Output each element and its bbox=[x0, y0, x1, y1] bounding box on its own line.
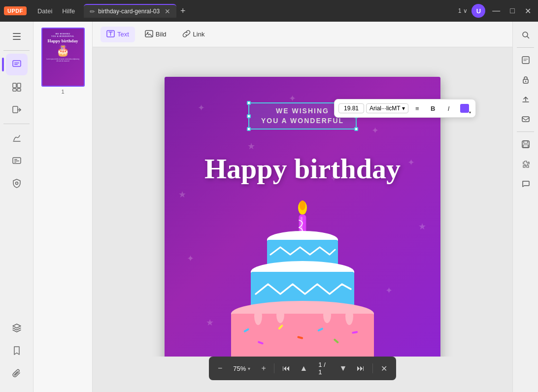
sidebar-sign-icon[interactable] bbox=[6, 127, 28, 149]
svg-rect-12 bbox=[14, 159, 17, 160]
sidebar-pages-icon[interactable] bbox=[6, 76, 28, 98]
link-tool-button[interactable]: Link bbox=[176, 27, 211, 42]
rs-share-icon[interactable] bbox=[516, 90, 535, 109]
close-overlay-button[interactable]: ✕ bbox=[378, 362, 390, 375]
sidebar-edit-icon[interactable] bbox=[6, 54, 28, 75]
link-tool-label: Link bbox=[193, 31, 205, 38]
rs-search-icon[interactable] bbox=[516, 26, 535, 44]
sidebar-panel-icon[interactable] bbox=[6, 26, 28, 47]
align-button[interactable]: ≡ bbox=[410, 101, 424, 115]
sidebar-convert-icon[interactable] bbox=[6, 99, 28, 121]
rs-puzzle-icon[interactable] bbox=[516, 155, 535, 173]
zoom-dropdown-arrow[interactable]: ▾ bbox=[248, 366, 250, 371]
bild-tool-button[interactable]: Bild bbox=[139, 27, 172, 42]
svg-point-33 bbox=[323, 307, 331, 323]
handle-ml[interactable] bbox=[247, 114, 251, 118]
rs-lock-icon[interactable] bbox=[516, 70, 535, 89]
mini-cake-emoji: 🎂 bbox=[56, 44, 69, 57]
first-page-button[interactable]: ⏮ bbox=[279, 362, 293, 375]
tab-close-button[interactable]: ✕ bbox=[165, 7, 170, 15]
bild-tool-label: Bild bbox=[156, 31, 167, 38]
version-badge: 1 ∨ bbox=[458, 7, 468, 14]
next-page-button[interactable]: ▼ bbox=[336, 362, 350, 375]
zoom-display: 75% ▾ bbox=[229, 364, 254, 373]
font-family-label: Arial···licMT bbox=[370, 105, 401, 112]
user-avatar[interactable]: U bbox=[471, 4, 485, 18]
rs-divider-2 bbox=[517, 131, 535, 132]
prev-page-button[interactable]: ▲ bbox=[297, 362, 311, 375]
handle-bl[interactable] bbox=[247, 127, 251, 131]
svg-point-15 bbox=[15, 182, 18, 185]
rs-chat-icon[interactable] bbox=[516, 174, 535, 193]
color-picker-button[interactable]: ▾ bbox=[458, 101, 471, 115]
format-toolbar: Arial···licMT ▾ ≡ B I ▾ bbox=[334, 99, 476, 118]
bottom-toolbar: − 75% ▾ + ⏮ ▲ 1 / 1 ▼ ⏭ ✕ bbox=[209, 357, 396, 380]
svg-point-32 bbox=[276, 307, 284, 323]
minimize-button[interactable]: — bbox=[489, 6, 503, 15]
tab-icon: ✏ bbox=[90, 8, 95, 15]
svg-rect-7 bbox=[17, 83, 21, 88]
rs-save-icon[interactable] bbox=[516, 135, 535, 154]
rs-email-icon[interactable] bbox=[516, 110, 535, 129]
italic-button[interactable]: I bbox=[442, 101, 456, 115]
card-background: ✦ ✦ ✦ ★ ★ ✦ ✦ ★ ✦ ★ ✦ ★ ✦ ★ bbox=[165, 77, 440, 357]
new-tab-button[interactable]: + bbox=[176, 6, 190, 16]
svg-rect-3 bbox=[13, 61, 21, 66]
svg-rect-45 bbox=[522, 57, 529, 64]
main-layout: WE WISHINGYOU A WONDERFUL Happy birthday… bbox=[0, 22, 538, 392]
page-nav-display: 1 / 1 bbox=[314, 360, 332, 377]
cake-container bbox=[209, 188, 396, 357]
link-tool-icon bbox=[182, 30, 191, 39]
page-canvas[interactable]: ✦ ✦ ✦ ★ ★ ✦ ✦ ★ ✦ ★ ✦ ★ ✦ ★ bbox=[165, 77, 440, 357]
sidebar-bookmark-icon[interactable] bbox=[6, 340, 28, 361]
close-button[interactable]: ✕ bbox=[522, 6, 534, 16]
svg-point-34 bbox=[345, 307, 353, 325]
right-sidebar bbox=[512, 22, 538, 392]
svg-rect-48 bbox=[522, 117, 529, 122]
svg-point-20 bbox=[300, 200, 305, 210]
svg-rect-51 bbox=[523, 145, 528, 147]
svg-rect-9 bbox=[17, 89, 21, 91]
sidebar-attachment-icon[interactable] bbox=[6, 362, 28, 384]
menu-datei[interactable]: Datei bbox=[33, 5, 57, 17]
svg-rect-4 bbox=[14, 63, 19, 64]
cake-svg bbox=[209, 188, 396, 357]
sidebar-protect-icon[interactable] bbox=[6, 172, 28, 194]
tab-birthday-card[interactable]: ✏ birthday-card-genral-03 ✕ bbox=[84, 4, 176, 18]
last-page-button[interactable]: ⏭ bbox=[354, 362, 368, 375]
zoom-out-button[interactable]: − bbox=[215, 362, 225, 375]
svg-rect-5 bbox=[14, 64, 18, 65]
text-tool-label: Text bbox=[117, 31, 129, 38]
svg-rect-1 bbox=[13, 36, 21, 37]
color-arrow-icon: ▾ bbox=[469, 110, 471, 115]
sidebar-form-icon[interactable] bbox=[6, 150, 28, 171]
thumbnail-panel: WE WISHINGYOU A WONDERFUL Happy birthday… bbox=[34, 22, 93, 392]
svg-rect-8 bbox=[13, 89, 16, 91]
topbar-right: 1 ∨ U — □ ✕ bbox=[458, 4, 534, 18]
svg-point-47 bbox=[525, 81, 526, 82]
thumbnail-page-1[interactable]: WE WISHINGYOU A WONDERFUL Happy birthday… bbox=[41, 28, 85, 87]
menu-hilfe[interactable]: Hilfe bbox=[57, 5, 80, 17]
rs-ocr-icon[interactable] bbox=[516, 51, 535, 69]
happy-birthday-text: Happy birthday bbox=[174, 153, 431, 185]
svg-rect-0 bbox=[13, 33, 21, 34]
sidebar-divider-1 bbox=[3, 50, 30, 51]
content-area: Text Bild Link Arial···licMT ▾ bbox=[93, 22, 512, 392]
handle-tl[interactable] bbox=[247, 101, 251, 105]
handle-br[interactable] bbox=[354, 127, 358, 131]
sidebar-layers-icon[interactable] bbox=[6, 317, 28, 339]
maximize-button[interactable]: □ bbox=[507, 6, 518, 15]
font-size-input[interactable] bbox=[338, 103, 364, 113]
rs-divider-1 bbox=[517, 47, 535, 48]
svg-rect-6 bbox=[13, 83, 16, 88]
bild-tool-icon bbox=[145, 30, 153, 39]
bold-button[interactable]: B bbox=[426, 101, 440, 115]
tab-bar: ✏ birthday-card-genral-03 ✕ + bbox=[84, 4, 458, 18]
edit-toolbar: Text Bild Link bbox=[93, 22, 512, 47]
text-tool-button[interactable]: Text bbox=[101, 27, 135, 42]
font-family-dropdown[interactable]: Arial···licMT ▾ bbox=[366, 103, 408, 113]
thumbnail-wrapper: WE WISHINGYOU A WONDERFUL Happy birthday… bbox=[41, 28, 85, 95]
thumbnail-page-number: 1 bbox=[61, 89, 64, 95]
svg-point-31 bbox=[254, 307, 262, 325]
zoom-in-button[interactable]: + bbox=[258, 362, 269, 375]
